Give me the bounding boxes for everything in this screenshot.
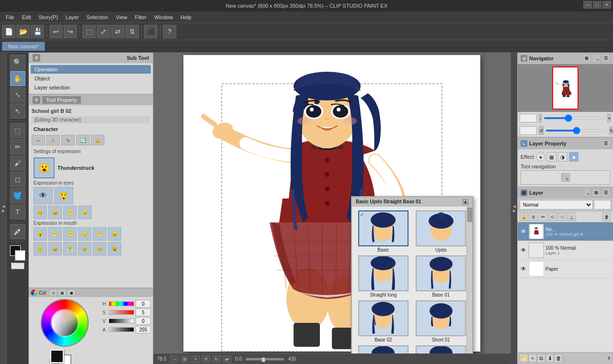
- hair-item-updo[interactable]: Updo: [414, 210, 469, 253]
- hair-item-long01[interactable]: Long 01: [414, 345, 469, 354]
- val-bar[interactable]: [109, 319, 134, 323]
- open-file-button[interactable]: 📂: [16, 25, 30, 38]
- mouth-expr-12[interactable]: 😫: [108, 242, 121, 255]
- hair-thumb-shoulder[interactable]: [358, 345, 409, 354]
- mouth-expr-8[interactable]: 😄: [48, 242, 62, 255]
- hue-input[interactable]: [136, 300, 151, 308]
- popup-scroll-thumb[interactable]: [467, 208, 472, 222]
- zoom-fit-btn[interactable]: ⊞: [181, 355, 189, 363]
- sub-tool-operation[interactable]: Operation: [31, 65, 151, 74]
- effect-color-icon[interactable]: ■: [569, 152, 579, 162]
- eye-expr-small-3[interactable]: 😶: [63, 206, 77, 219]
- navigator-preview[interactable]: [518, 64, 613, 112]
- mouth-expr-1[interactable]: 😮: [34, 227, 47, 241]
- menu-story[interactable]: Story(P): [35, 13, 62, 21]
- popup-scroll-up[interactable]: ▲: [463, 199, 468, 205]
- nav-rotation-input[interactable]: 0.0: [520, 126, 537, 135]
- text-tool[interactable]: T: [10, 204, 25, 220]
- menu-help[interactable]: Help: [177, 13, 195, 21]
- sat-input[interactable]: [136, 309, 151, 316]
- val-input[interactable]: [136, 317, 151, 325]
- layer-item-0[interactable]: 👁 No... 100 % School girl B ✕: [518, 222, 613, 241]
- nav-zoom-slider[interactable]: [544, 117, 605, 119]
- color-wheel-container[interactable]: [41, 299, 89, 347]
- mouth-expr-4[interactable]: 😔: [78, 227, 91, 241]
- hair-thumb-base01[interactable]: [416, 255, 466, 291]
- canvas-slider-thumb[interactable]: [261, 357, 265, 362]
- mouth-expr-10[interactable]: 😢: [78, 242, 91, 255]
- rotate-right-btn[interactable]: ↻: [212, 355, 221, 363]
- mouth-expr-9[interactable]: 😤: [63, 242, 77, 255]
- flip-h-button[interactable]: ⇄: [111, 25, 125, 38]
- selection-rect-tool[interactable]: ⬚: [10, 123, 25, 138]
- expression-thunderstruck-thumb[interactable]: 😮: [34, 157, 55, 178]
- canvas-wrapper[interactable]: Basic Updo Straight Base 01 ▲: [153, 53, 511, 353]
- eraser-tool[interactable]: ◻: [10, 172, 25, 187]
- mouth-expr-6[interactable]: 😖: [108, 227, 121, 241]
- layer-trash-btn[interactable]: 🗑: [554, 354, 563, 363]
- char-icon-1[interactable]: ↔: [32, 135, 45, 145]
- layer-delete-icon-0[interactable]: ✕: [607, 229, 611, 234]
- brush-tool[interactable]: 🖌: [10, 155, 25, 171]
- sat-bar[interactable]: [109, 310, 134, 315]
- layer-panel-search-btn[interactable]: 🔍: [582, 188, 591, 197]
- background-color-swatch[interactable]: [15, 250, 25, 261]
- frame-button[interactable]: ⬛: [144, 25, 158, 38]
- undo-button[interactable]: ↩: [49, 25, 63, 38]
- eye-expr-2[interactable]: 😲: [54, 187, 73, 204]
- left-collapse-button[interactable]: ◀▶: [0, 53, 7, 364]
- nav-zoom-input[interactable]: 78.5: [520, 114, 537, 122]
- hair-item-base02[interactable]: Base 02: [356, 300, 411, 342]
- layer-delete-btn[interactable]: 🗑: [602, 212, 611, 221]
- hair-item-straight-long[interactable]: Straight long: [356, 255, 411, 298]
- zoom-tool[interactable]: 🔍: [10, 55, 25, 70]
- redo-button[interactable]: ↪: [64, 25, 77, 38]
- char-icon-2[interactable]: ↕: [46, 135, 60, 145]
- hair-thumb-base02[interactable]: [358, 300, 409, 336]
- rotate-left-btn[interactable]: ↺: [202, 355, 210, 363]
- layer-lock-alpha-btn[interactable]: α: [529, 212, 538, 221]
- nav-zoom-in[interactable]: +: [607, 114, 611, 122]
- char-icon-4[interactable]: 🔄: [76, 135, 90, 145]
- transform-tool[interactable]: ⤡: [10, 87, 25, 102]
- canvas-bottom-slider[interactable]: [246, 358, 284, 361]
- nav-zoom-out[interactable]: -: [539, 114, 542, 122]
- tool-nav-area[interactable]: 🔍: [521, 170, 610, 185]
- new-file-button[interactable]: 📄: [2, 25, 15, 38]
- sub-tool-object[interactable]: Object: [31, 74, 151, 83]
- color-wheel[interactable]: [41, 299, 89, 347]
- layer-new-layer-btn[interactable]: +: [528, 354, 537, 363]
- sub-tool-layer-selection[interactable]: Layer selection: [31, 83, 151, 92]
- layer-eye-0[interactable]: 👁: [520, 228, 527, 235]
- eye-expr-small-1[interactable]: 😊: [34, 206, 47, 219]
- layer-item-2[interactable]: 👁 Paper: [518, 260, 613, 278]
- zoom-out-btn[interactable]: −: [170, 355, 179, 363]
- nav-rotate-slider[interactable]: [545, 130, 607, 132]
- hue-bar[interactable]: [109, 301, 134, 306]
- hair-item-base01[interactable]: Base 01: [414, 255, 469, 298]
- layer-item-1[interactable]: 👁 100 % Normal Layer 1: [518, 241, 613, 260]
- nav-menu-btn[interactable]: ☰: [602, 54, 610, 63]
- color-mode-2[interactable]: ▦: [58, 289, 66, 296]
- menu-edit[interactable]: Edit: [18, 13, 35, 21]
- layer-copy-btn[interactable]: ⧉: [537, 354, 545, 363]
- mouth-expr-11[interactable]: 😣: [93, 242, 106, 255]
- layer-ref-btn[interactable]: ☆: [558, 212, 567, 221]
- layer-eye-1[interactable]: 👁: [520, 246, 527, 254]
- menu-window[interactable]: Window: [150, 13, 177, 21]
- layer-merge-btn[interactable]: ⬇: [545, 354, 554, 363]
- mouth-expr-7[interactable]: 🙂: [34, 242, 47, 255]
- char-icon-3[interactable]: ⤡: [61, 135, 75, 145]
- eye-expr-small-2[interactable]: 😄: [48, 206, 62, 219]
- hair-item-short01[interactable]: Short 01: [414, 300, 469, 342]
- hair-item-basic[interactable]: ✓ Basic: [356, 210, 411, 253]
- color-mode-3[interactable]: ◼: [68, 289, 75, 296]
- maximize-button[interactable]: □: [593, 1, 602, 9]
- flip-view-btn[interactable]: ⇄: [223, 355, 231, 363]
- hair-thumb-long01[interactable]: [416, 345, 466, 354]
- hair-thumb-basic[interactable]: ✓: [358, 210, 409, 246]
- right-collapse-button[interactable]: ◀▶: [511, 53, 517, 364]
- move-tool[interactable]: ✋: [10, 71, 25, 86]
- eye-expr-1[interactable]: 👁: [34, 187, 53, 204]
- menu-view[interactable]: View: [112, 13, 131, 21]
